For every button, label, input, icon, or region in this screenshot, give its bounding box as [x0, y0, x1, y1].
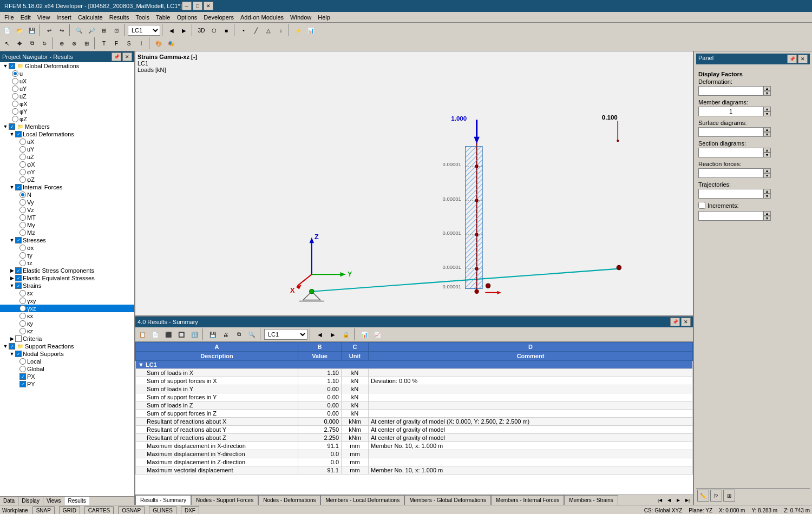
radio-lux[interactable] — [19, 139, 26, 145]
nav-tab-data[interactable]: Data — [0, 497, 18, 505]
tree-ux[interactable]: uX — [0, 77, 134, 85]
member-diagrams-input[interactable] — [698, 107, 763, 116]
expand-support-reactions[interactable]: ▼ — [2, 344, 9, 349]
tree-strains[interactable]: ▼ ✓ Strains — [0, 282, 134, 289]
tree-stresses[interactable]: ▼ ✓ Stresses — [0, 236, 134, 244]
radio-global-sup[interactable] — [19, 366, 26, 372]
deformation-down[interactable]: ▼ — [763, 91, 771, 96]
tab-members-internal-forces[interactable]: Members - Internal Forces — [491, 495, 564, 505]
snap-button[interactable]: SNAP — [32, 506, 55, 514]
expand-internal-forces[interactable]: ▼ — [9, 184, 15, 190]
tb-next[interactable]: ▶ — [178, 24, 190, 36]
rt-next[interactable]: ▶ — [327, 328, 339, 340]
tab-nodes-deformations[interactable]: Nodes - Deformations — [258, 495, 320, 505]
tb-zoom-out[interactable]: 🔎 — [86, 24, 97, 36]
tb-prev[interactable]: ◀ — [166, 24, 178, 36]
results-pin[interactable]: 📌 — [670, 318, 680, 326]
cb-elastic-equiv[interactable]: ✓ — [15, 275, 22, 281]
tree-elastic-equiv[interactable]: ▶ ✓ Elastic Equivalent Stresses — [0, 274, 134, 282]
radio-luz[interactable] — [19, 154, 26, 160]
panel-close[interactable]: ✕ — [798, 55, 808, 63]
radio-gamxy[interactable] — [19, 298, 26, 304]
trajectories-input[interactable] — [698, 189, 763, 199]
menu-results[interactable]: Results — [106, 13, 133, 22]
tree-local-def[interactable]: ▼ ✓ Local Deformations — [0, 130, 134, 138]
tree-px[interactable]: ✓ PX — [0, 373, 134, 380]
increments-down[interactable]: ▼ — [763, 216, 771, 221]
cb-local-def[interactable]: ✓ — [15, 131, 22, 137]
table-row[interactable]: Resultant of reactions about X 0.000 kNm… — [136, 418, 693, 426]
tree-phix[interactable]: φX — [0, 100, 134, 108]
radio-uy[interactable] — [12, 85, 18, 92]
member-diagrams-down[interactable]: ▼ — [763, 111, 771, 116]
tree-mz[interactable]: Mz — [0, 229, 134, 236]
col-c-header[interactable]: C — [342, 342, 369, 352]
tb-snap-mid[interactable]: ⊗ — [68, 37, 80, 49]
radio-ux[interactable] — [12, 78, 18, 84]
tree-support-reactions[interactable]: ▼ ✓ 📁 Support Reactions — [0, 342, 134, 350]
expand-strains[interactable]: ▼ — [9, 283, 15, 288]
radio-luy[interactable] — [19, 146, 26, 153]
rt-export-excel[interactable]: 📊 — [358, 328, 370, 340]
tree-members[interactable]: ▼ ✓ 📁 Members — [0, 123, 134, 130]
radio-mt[interactable] — [19, 214, 26, 221]
tree-global-sup[interactable]: Global — [0, 365, 134, 373]
rt-lc-combo[interactable]: LC1 — [264, 329, 307, 340]
radio-vz[interactable] — [19, 207, 26, 213]
tree-gamxz[interactable]: γxz — [0, 305, 134, 312]
member-diagrams-up[interactable]: ▲ — [763, 107, 771, 111]
tree-vz[interactable]: Vz — [0, 206, 134, 214]
menu-developers[interactable]: Developers — [200, 13, 237, 22]
expand-elastic-equiv[interactable]: ▶ — [9, 275, 15, 281]
tree-elastic-stress[interactable]: ▶ ✓ Elastic Stress Components — [0, 267, 134, 274]
cb-elastic-stress[interactable]: ✓ — [15, 267, 22, 274]
tree-sigx[interactable]: σx — [0, 244, 134, 252]
expand-elastic-stress[interactable]: ▶ — [9, 268, 15, 273]
cb-internal-forces[interactable]: ✓ — [15, 184, 22, 190]
deformation-input[interactable] — [698, 86, 763, 96]
table-row[interactable]: Maximum displacement in Y-direction 0.0 … — [136, 450, 693, 458]
rt-prev[interactable]: ◀ — [314, 328, 326, 340]
radio-kz[interactable] — [19, 328, 26, 334]
menu-calculate[interactable]: Calculate — [75, 13, 106, 22]
radio-phix[interactable] — [12, 101, 18, 107]
cb-support-reactions[interactable]: ✓ — [9, 343, 15, 350]
tree-gamxy[interactable]: γxy — [0, 297, 134, 305]
tb-zoom-in[interactable]: 🔍 — [73, 24, 85, 36]
panel-icon-flag[interactable]: 🏳 — [710, 490, 722, 502]
tb-calculate[interactable]: ⚡ — [292, 24, 304, 36]
rt-btn4[interactable]: 🔲 — [175, 328, 187, 340]
expand-local-def[interactable]: ▼ — [9, 131, 15, 137]
tree-kz[interactable]: κz — [0, 327, 134, 335]
rt-btn2[interactable]: 📄 — [149, 328, 161, 340]
menu-tools[interactable]: Tools — [132, 13, 153, 22]
surface-diagrams-input[interactable] — [698, 127, 763, 137]
cb-strains[interactable]: ✓ — [15, 282, 22, 289]
radio-my[interactable] — [19, 222, 26, 228]
menu-edit[interactable]: Edit — [17, 13, 34, 22]
tb-rotate[interactable]: ↻ — [38, 37, 50, 49]
tabs-nav-prev[interactable]: ◀ — [665, 496, 673, 504]
rt-print[interactable]: 🖨 — [220, 328, 232, 340]
table-row[interactable]: Sum of loads in X 1.10 kN — [136, 369, 693, 377]
radio-ky[interactable] — [19, 320, 26, 327]
tb-view-top[interactable]: T — [98, 37, 110, 49]
reaction-forces-down[interactable]: ▼ — [763, 173, 771, 178]
table-row[interactable]: Maximum displacement in X-direction 91.1… — [136, 442, 693, 450]
radio-phiz[interactable] — [12, 116, 18, 122]
tree-vy[interactable]: Vy — [0, 199, 134, 206]
rt-btn1[interactable]: 📋 — [136, 328, 148, 340]
cb-global-def[interactable]: ✓ — [9, 63, 15, 69]
tabs-nav-last[interactable]: ▶| — [683, 496, 692, 504]
radio-gamxz[interactable] — [19, 305, 26, 312]
lc-combo[interactable]: LC1 — [128, 25, 160, 36]
cb-py[interactable]: ✓ — [19, 381, 26, 387]
menu-table[interactable]: Table — [153, 13, 173, 22]
close-button[interactable]: ✕ — [204, 2, 213, 10]
rt-btn3[interactable]: ⬛ — [162, 328, 174, 340]
radio-tauy[interactable] — [19, 252, 26, 259]
nav-tab-views[interactable]: Views — [43, 497, 65, 505]
menu-insert[interactable]: Insert — [53, 13, 75, 22]
radio-u[interactable] — [12, 70, 18, 77]
radio-lphiz[interactable] — [19, 176, 26, 183]
